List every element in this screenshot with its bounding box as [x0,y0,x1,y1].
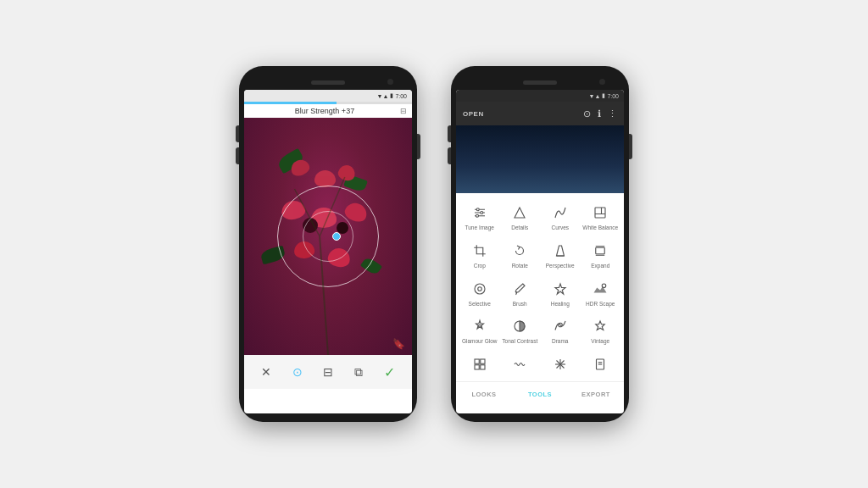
expand-icon [591,241,609,260]
tools-grid: Tune Image Details [456,198,624,381]
glamour-glow-label: Glamour Glow [462,338,498,345]
vintage-icon [591,317,609,336]
hdr-scape-icon [591,280,609,298]
tool-vintage[interactable]: Vintage [581,312,621,350]
circle-button[interactable]: ⊙ [292,365,303,379]
phone1-top-bar [244,75,412,90]
tool-healing[interactable]: Healing [540,274,581,313]
check-button[interactable]: ✓ [384,364,395,380]
portrait-icon [591,355,609,374]
info-icon[interactable]: ℹ [598,108,601,119]
rotate-label: Rotate [512,263,528,269]
phone2-status-bar: ▼▲ ▮ 7:00 [456,90,624,102]
healing-label: Healing [551,301,570,308]
svg-point-7 [481,212,483,214]
phone2-screen: ▼▲ ▮ 7:00 OPEN ⊙ ℹ ⋮ [456,90,624,413]
tonal-contrast-label: Tonal Contrast [502,338,537,345]
tool-drama[interactable]: Drama [540,312,581,350]
tool-rotate[interactable]: Rotate [500,236,541,274]
power-button-2 [629,134,632,159]
tool-expand[interactable]: Expand [581,236,621,274]
perspective-icon [551,241,570,260]
phone1-screen: ▼▲ ▮ 7:00 Blur Strength +37 ⊟ [244,90,412,413]
svg-point-20 [478,325,481,328]
phone2-signal-icon: ▼▲ [589,93,601,99]
tool-white-balance[interactable]: White Balance [581,198,621,236]
phone2-battery-icon: ▮ [602,92,605,99]
snowflake-icon [551,355,570,374]
vintage-label: Vintage [591,338,609,345]
brush-label: Brush [513,301,527,308]
phone1-signal-icon: ▼▲ [377,93,389,99]
stack-button[interactable]: ⧉ [354,365,363,380]
phone2-top-icons: ⊙ ℹ ⋮ [583,108,617,119]
phone2-speaker [523,80,557,85]
tool-glamour-glow[interactable]: Glamour Glow [459,312,500,350]
tool-row5-2[interactable] [500,350,541,381]
svg-rect-25 [481,359,485,363]
crop-label: Crop [474,263,486,269]
close-button[interactable]: ✕ [261,365,271,379]
phone1-toolbar[interactable]: ✕ ⊙ ⊟ ⧉ ✓ [244,355,412,389]
phone1-blur-label: Blur Strength +37 ⊟ [244,104,412,118]
svg-point-19 [603,284,607,288]
svg-line-2 [320,177,345,236]
drama-icon [551,317,570,336]
more-options-icon[interactable]: ⋮ [608,108,617,119]
tool-tonal-contrast[interactable]: Tonal Contrast [500,312,541,350]
face-detection-icon[interactable]: ⊙ [583,108,591,119]
hdr-scape-label: HDR Scape [586,301,615,308]
phone1-battery-icon: ▮ [390,92,393,99]
phone1-camera [387,79,393,85]
tool-curves[interactable]: Curves [540,198,581,236]
phone2-top-bar [456,75,624,90]
tool-crop[interactable]: Crop [459,236,500,274]
phone1-speaker [311,80,345,85]
phone2-top-nav: OPEN ⊙ ℹ ⋮ [456,102,624,125]
phone1-progress-fill [244,102,337,104]
phone2-camera [599,79,605,85]
tool-perspective[interactable]: Perspective [540,236,581,274]
vol-down-button-2 [448,147,451,164]
tonal-contrast-icon [510,317,529,336]
svg-line-1 [294,189,320,236]
tab-tools[interactable]: TOOLS [512,382,568,407]
perspective-label: Perspective [546,263,575,269]
phone2-tools-panel: Tune Image Details [456,193,624,381]
tool-selective[interactable]: Selective [459,274,500,313]
brush-icon [510,280,529,298]
drama-label: Drama [552,338,569,345]
curves-icon [551,203,570,222]
phone2-image-preview [456,125,624,193]
phone2-bottom-tabs: LOOKS TOOLS EXPORT [456,381,624,407]
svg-rect-26 [475,365,479,369]
phone1-status-icons: ▼▲ ▮ 7:00 [377,92,407,99]
sliders-button[interactable]: ⊟ [323,365,333,379]
tool-tune-image[interactable]: Tune Image [459,198,500,236]
svg-rect-27 [481,365,485,369]
tab-looks[interactable]: LOOKS [456,382,512,407]
svg-point-6 [476,208,479,211]
svg-rect-14 [596,247,605,254]
phone1-status-bar: ▼▲ ▮ 7:00 [244,90,412,102]
svg-line-0 [320,236,328,355]
rotate-icon [510,241,529,260]
svg-point-17 [475,284,485,294]
white-balance-icon [591,203,609,222]
svg-marker-9 [515,208,525,218]
tool-details[interactable]: Details [500,198,541,236]
phone1-flower-bg [244,118,412,355]
tool-row5-4[interactable] [581,350,621,381]
open-button[interactable]: OPEN [463,110,484,118]
grid-icon [470,355,489,374]
mustache-icon [510,355,529,374]
phone-2: ▼▲ ▮ 7:00 OPEN ⊙ ℹ ⋮ [451,66,629,422]
svg-point-8 [476,214,478,217]
tool-row5-3[interactable] [540,350,581,381]
tab-export[interactable]: EXPORT [568,382,624,407]
white-balance-label: White Balance [582,225,618,231]
tool-brush[interactable]: Brush [500,274,541,313]
tool-hdr-scape[interactable]: HDR Scape [581,274,621,313]
phone2-time: 7:00 [607,93,619,99]
tool-row5-1[interactable] [459,350,500,381]
